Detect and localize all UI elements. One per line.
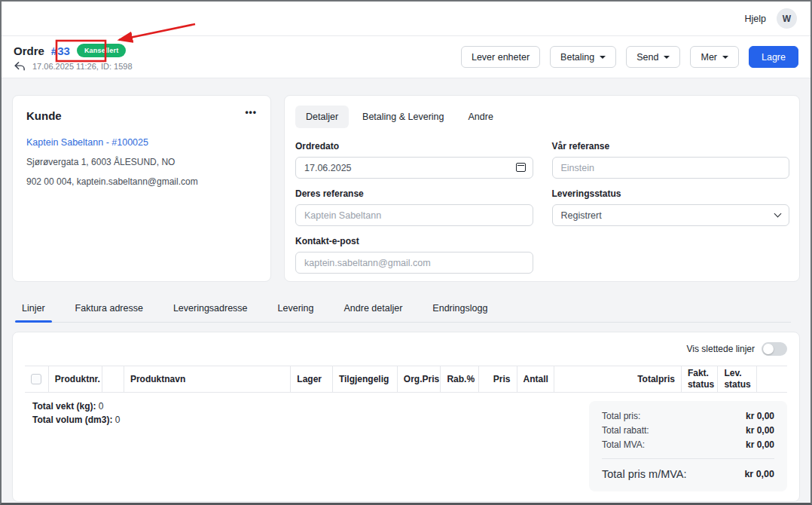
- deliver-units-button[interactable]: Lever enheter: [461, 46, 540, 68]
- var-referanse-input[interactable]: [552, 157, 790, 179]
- caret-down-icon: [600, 56, 606, 59]
- details-tabs: Detaljer Betaling & Levering Andre: [295, 106, 789, 128]
- send-dropdown-button[interactable]: Send: [626, 46, 680, 68]
- customer-link[interactable]: Kaptein Sabeltann - #100025: [26, 137, 257, 148]
- leveringsstatus-select[interactable]: Registrert: [552, 204, 790, 226]
- total-pris-value: kr 0,00: [746, 411, 774, 421]
- order-meta: 17.06.2025 11:26, ID: 1598: [32, 62, 133, 71]
- col-orgpris: Org.Pris: [397, 366, 441, 393]
- topbar: Hjelp W: [2, 2, 810, 36]
- order-titlebar: Ordre #33 Kansellert 17.06.2025 11:26, I…: [2, 36, 810, 78]
- col-pris: Pris: [479, 366, 517, 393]
- order-actions: Lever enheter Betaling Send Mer Lagre: [461, 46, 798, 68]
- order-lines-card: Vis slettede linjer Produktnr. Produktna…: [12, 332, 800, 502]
- col-totalpris: Totalpris: [554, 366, 682, 393]
- deres-referanse-input[interactable]: [295, 204, 533, 226]
- caret-down-icon: [664, 56, 670, 59]
- summary-divider: [602, 458, 774, 459]
- col-actions: [756, 366, 787, 393]
- weight-totals: Total vekt (kg): 0 Total volum (dm3): 0: [25, 401, 120, 428]
- calendar-icon[interactable]: [516, 163, 526, 172]
- total-pris-label: Total pris:: [602, 411, 640, 421]
- grand-total-label: Total pris m/MVA:: [602, 468, 687, 480]
- select-all-checkbox[interactable]: [31, 374, 41, 384]
- tab-betaling-levering[interactable]: Betaling & Levering: [352, 106, 454, 128]
- col-rabatt: Rab.%: [441, 366, 479, 393]
- col-antall: Antall: [517, 366, 554, 393]
- tab-detaljer[interactable]: Detaljer: [295, 106, 349, 128]
- total-mva-label: Total MVA:: [602, 439, 645, 450]
- help-link[interactable]: Hjelp: [745, 14, 767, 24]
- order-page: Hjelp W Ordre #33 Kansellert 17.06.2025 …: [0, 0, 812, 505]
- order-lines-table: Produktnr. Produktnavn Lager Tilgjengeli…: [25, 366, 787, 393]
- customer-address: Sjørøvergata 1, 6003 ÅLESUND, NO: [26, 157, 257, 167]
- main-content: Kunde ••• Kaptein Sabeltann - #100025 Sj…: [2, 78, 810, 502]
- more-dropdown-button[interactable]: Mer: [690, 46, 739, 68]
- caret-down-icon: [722, 56, 728, 59]
- col-produktnavn: Produktnavn: [124, 366, 290, 393]
- col-lager: Lager: [291, 366, 333, 393]
- price-summary: Total pris:kr 0,00 Total rabatt:kr 0,00 …: [589, 401, 787, 491]
- kontakt-epost-label: Kontakt-e-post: [295, 236, 533, 246]
- order-number-link[interactable]: #33: [51, 44, 70, 57]
- total-rabatt-label: Total rabatt:: [602, 425, 649, 436]
- total-rabatt-value: kr 0,00: [746, 425, 774, 436]
- section-tabs: Linjer Faktura adresse Leveringsadresse …: [21, 300, 791, 323]
- tab-faktura-adresse[interactable]: Faktura adresse: [75, 300, 144, 322]
- col-icon: [102, 366, 124, 393]
- col-lev-status: Lev. status: [718, 366, 757, 393]
- ordredato-input[interactable]: [295, 157, 533, 179]
- payment-dropdown-button[interactable]: Betaling: [550, 46, 616, 68]
- tab-leveringsadresse[interactable]: Leveringsadresse: [172, 300, 249, 322]
- user-avatar[interactable]: W: [777, 8, 797, 29]
- tab-endringslogg[interactable]: Endringslogg: [432, 300, 488, 322]
- col-tilgjengelig: Tilgjengelig: [332, 366, 397, 393]
- kontakt-epost-input[interactable]: [295, 252, 533, 274]
- col-fakt-status: Fakt. status: [681, 366, 718, 393]
- ellipsis-menu-icon[interactable]: •••: [245, 109, 257, 115]
- tab-andre-detaljer[interactable]: Andre detaljer: [343, 300, 404, 322]
- leveringsstatus-label: Leveringsstatus: [552, 188, 790, 199]
- ordredato-label: Ordredato: [295, 141, 533, 152]
- customer-contact: 902 00 004, kaptein.sabeltann@gmail.com: [26, 176, 257, 187]
- page-title: Ordre: [14, 44, 44, 57]
- total-mva-value: kr 0,00: [746, 439, 774, 450]
- var-referanse-label: Vår referanse: [552, 141, 790, 152]
- tab-levering[interactable]: Levering: [277, 300, 315, 322]
- back-arrow-icon[interactable]: [14, 61, 26, 72]
- order-title-block: Ordre #33 Kansellert 17.06.2025 11:26, I…: [14, 42, 133, 72]
- chevron-down-icon: [774, 210, 782, 218]
- customer-card-title: Kunde: [26, 109, 62, 122]
- select-all-cell: [25, 366, 48, 393]
- col-produktnr: Produktnr.: [48, 366, 102, 393]
- tab-linjer[interactable]: Linjer: [21, 300, 46, 322]
- grand-total-value: kr 0,00: [744, 469, 774, 479]
- status-badge: Kansellert: [77, 44, 127, 57]
- show-deleted-lines-toggle[interactable]: [762, 342, 787, 356]
- show-deleted-lines-label: Vis slettede linjer: [687, 344, 756, 354]
- deres-referanse-label: Deres referanse: [295, 188, 533, 199]
- save-button[interactable]: Lagre: [749, 46, 798, 68]
- order-details-card: Detaljer Betaling & Levering Andre Ordre…: [284, 95, 800, 282]
- tab-andre[interactable]: Andre: [457, 106, 503, 128]
- customer-card: Kunde ••• Kaptein Sabeltann - #100025 Sj…: [12, 95, 271, 282]
